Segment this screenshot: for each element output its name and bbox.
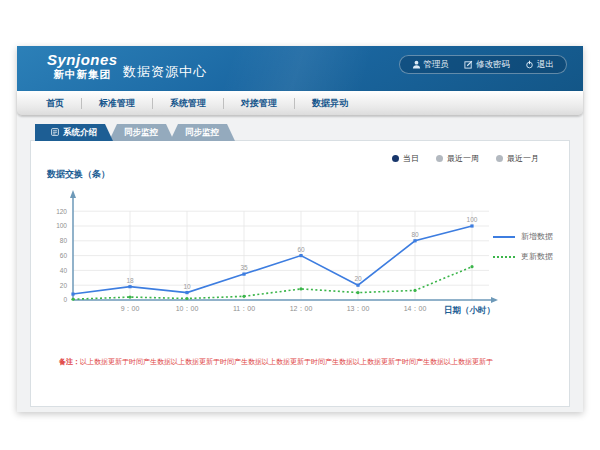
chart-ytick-label: 60 [60,252,68,259]
logout-button[interactable]: 退出 [525,59,554,71]
chart-xtick-label: 13：00 [347,305,370,312]
tab-sync-monitor-2[interactable]: 同步监控 [169,124,235,141]
chart-y-axis-arrow-icon [70,190,76,198]
legend-item-new-data: 新增数据 [493,231,553,242]
footnote-text: 以上数据更新于时间产生数据以上数据更新于时间产生数据以上数据更新于时间产生数据以… [80,358,493,365]
chart-point-label: 35 [240,264,248,271]
line-chart: 0204060801001209：0010：0011：0012：0013：001… [49,185,519,317]
logout-label: 退出 [537,59,554,71]
chart-point-label: 20 [354,275,362,282]
tab-system-intro[interactable]: 系统介绍 [35,124,113,141]
nav-item-standard-mgmt[interactable]: 标准管理 [82,97,152,110]
chart-xtick-label: 9：00 [121,305,140,312]
chart-point-label: 80 [411,231,419,238]
user-icon [412,60,421,69]
power-icon [525,60,534,69]
current-user-label: 管理员 [424,59,450,71]
chart-xtick-label: 11：00 [233,305,255,312]
edit-icon [464,60,473,69]
radio-last-month-label: 最近一月 [507,153,539,164]
tab-sync-monitor-1[interactable]: 同步监控 [108,124,174,141]
user-toolbar: 管理员 修改密码 退出 [399,55,568,74]
chart-ytick-label: 20 [60,282,68,289]
content-card: 当日 最近一周 最近一月 数据交换（条） 0204060801001209：00… [30,140,570,407]
logo-wordmark: Synjones [47,52,118,69]
app-window: Synjones 新中新集团 数据资源中心 管理员 修改密码 退出 [17,46,583,412]
chart-point-label: 10 [183,283,191,290]
chart-x-axis-arrow-icon [491,297,498,303]
nav-item-interface-mgmt[interactable]: 对接管理 [224,97,294,110]
chart-point [185,297,188,300]
legend-label-updated-data: 更新数据 [521,251,553,262]
radio-selected-icon [392,155,399,162]
chart-point [470,265,473,268]
radio-unselected-icon [496,155,503,162]
radio-today[interactable]: 当日 [392,153,419,164]
legend-line-dotted-icon [493,256,515,258]
chart-point-label: 100 [467,216,478,223]
radio-today-label: 当日 [403,153,419,164]
chart-legend: 新增数据 更新数据 [493,231,553,262]
page-title: 数据资源中心 [123,63,207,81]
legend-item-updated-data: 更新数据 [493,251,553,262]
chart-point [413,239,416,242]
chart-ytick-label: 120 [56,208,67,215]
chart-ytick-label: 100 [56,222,67,229]
chart-ytick-label: 0 [63,296,67,303]
radio-last-month[interactable]: 最近一月 [496,153,539,164]
logo-company-name: 新中新集团 [47,69,118,81]
chart-xtick-label: 12：00 [290,305,313,312]
footnote-prefix: 备注： [59,358,80,365]
chart-ytick-label: 80 [60,237,68,244]
chart-x-axis-title: 日期（小时） [444,305,495,315]
chart-point [356,291,359,294]
radio-last-week-label: 最近一周 [447,153,479,164]
tab-bar: 系统介绍 同步监控 同步监控 [35,124,235,141]
nav-item-home[interactable]: 首页 [29,97,81,110]
legend-line-solid-icon [493,236,515,238]
app-header: Synjones 新中新集团 数据资源中心 管理员 修改密码 退出 [17,46,583,91]
main-nav: 首页 标准管理 系统管理 对接管理 数据异动 [17,91,583,116]
chart-ytick-label: 40 [60,267,68,274]
time-range-filter: 当日 最近一周 最近一月 [392,153,539,164]
chart-point [299,254,302,257]
change-password-button[interactable]: 修改密码 [464,59,510,71]
chart-point-label: 60 [297,246,305,253]
chart-point [128,285,131,288]
chart-point [356,284,359,287]
radio-last-week[interactable]: 最近一周 [436,153,479,164]
nav-item-system-mgmt[interactable]: 系统管理 [153,97,223,110]
company-logo: Synjones 新中新集团 [47,52,118,80]
chart-point [413,289,416,292]
legend-label-new-data: 新增数据 [521,231,553,242]
chart-xtick-label: 14：00 [404,305,427,312]
radio-unselected-icon [436,155,443,162]
chart-point [299,287,302,290]
tab-label: 同步监控 [185,127,219,139]
chart-point [71,292,74,295]
chart-xtick-label: 10：00 [176,305,199,312]
chart-point [470,224,473,227]
current-user-button[interactable]: 管理员 [412,59,450,71]
footnote: 备注：以上数据更新于时间产生数据以上数据更新于时间产生数据以上数据更新于时间产生… [59,357,493,367]
chart-point [185,291,188,294]
nav-item-data-change[interactable]: 数据异动 [295,97,365,110]
change-password-label: 修改密码 [476,59,510,71]
chart-point-label: 18 [126,277,134,284]
tab-label: 同步监控 [124,127,158,139]
chart-point [128,295,131,298]
chart-point [242,273,245,276]
tab-label: 系统介绍 [63,127,97,139]
chart-point [242,295,245,298]
document-icon [51,128,59,138]
chart-y-axis-title: 数据交换（条） [47,168,110,181]
chart-point [71,298,74,301]
